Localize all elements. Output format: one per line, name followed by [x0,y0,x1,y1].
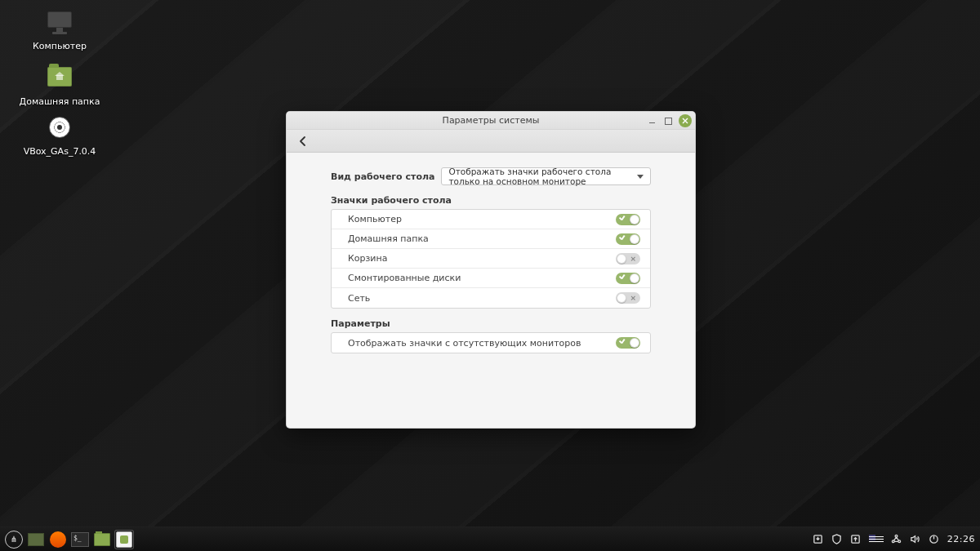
chevron-down-icon [637,175,644,179]
row-label: Отображать значки с отсутствующих монито… [348,338,581,349]
desktop-icon-computer[interactable]: Компьютер [15,11,105,51]
window-toolbar [287,130,695,153]
select-value: Отображать значки рабочего стола только … [448,167,637,186]
folder-home-icon [47,67,73,93]
row-home: Домашняя папка [332,229,650,249]
optical-disc-icon [47,117,73,143]
toggle-computer[interactable] [616,214,640,225]
window-minimize-button[interactable] [646,115,657,127]
panel-params: Отображать значки с отсутствующих монито… [331,332,651,353]
tray-updates-icon[interactable] [850,534,862,545]
row-missing-monitors: Отображать значки с отсутствующих монито… [332,333,650,353]
tray-power-icon[interactable] [929,534,940,545]
tray-removable-icon[interactable] [813,534,824,545]
section-label-icons: Значки рабочего стола [331,195,651,206]
settings-window: Параметры системы Вид рабочего стола Ото… [286,111,696,429]
row-label: Сеть [348,293,370,304]
svg-point-4 [898,540,901,543]
row-mounted: Смонтированные диски [332,269,650,288]
desktop-icon-home[interactable]: Домашняя папка [15,64,105,107]
show-desktop-button[interactable] [27,531,45,549]
toggle-trash[interactable]: × [616,253,640,264]
row-network: Сеть × [332,288,650,308]
section-label-params: Параметры [331,318,651,329]
titlebar[interactable]: Параметры системы [287,112,695,130]
desktop-icon-label: Компьютер [15,41,105,51]
taskbar: ⋔ $_ [0,527,980,551]
toggle-missing-monitors[interactable] [616,337,640,349]
desktop-icon [28,533,44,546]
taskbar-files[interactable] [93,531,111,549]
desktop-view-select[interactable]: Отображать значки рабочего стола только … [441,167,651,185]
svg-point-3 [893,540,895,543]
settings-icon [116,531,132,548]
back-button[interactable] [295,133,311,149]
tray-network-icon[interactable] [891,534,902,545]
taskbar-firefox[interactable] [49,531,67,549]
desktop-icon-vbox[interactable]: VBox_GAs_7.0.4 [15,114,105,157]
svg-point-2 [895,535,898,537]
firefox-icon [50,531,66,548]
terminal-icon: $_ [71,532,89,547]
window-close-button[interactable] [679,114,692,127]
panel-desktop-icons: Компьютер Домашняя папка Корзина × Смонт… [331,209,651,309]
row-computer: Компьютер [332,210,650,229]
tray-volume-icon[interactable] [910,534,921,545]
window-maximize-button[interactable] [662,115,674,127]
desktop-icon-label: VBox_GAs_7.0.4 [15,146,105,157]
desktop: Компьютер Домашняя папка VBox_GAs_7.0.4 … [0,0,980,551]
toggle-home[interactable] [616,233,640,245]
desktop-icon-label: Домашняя папка [15,96,105,107]
mint-logo-icon: ⋔ [5,531,23,549]
window-title: Параметры системы [443,115,540,126]
files-icon [94,533,110,546]
desktop-view-label: Вид рабочего стола [331,171,434,182]
row-label: Компьютер [348,214,402,224]
tray-shield-icon[interactable] [831,534,843,545]
toggle-network[interactable]: × [616,292,640,304]
row-label: Смонтированные диски [348,273,461,283]
taskbar-settings-active[interactable] [115,531,133,549]
taskbar-terminal[interactable]: $_ [71,531,89,549]
computer-icon [47,11,73,38]
window-content: Вид рабочего стола Отображать значки раб… [287,153,695,428]
toggle-mounted[interactable] [616,273,640,284]
start-menu-button[interactable]: ⋔ [5,531,23,549]
keyboard-layout-indicator[interactable] [869,535,884,544]
row-trash: Корзина × [332,249,650,269]
taskbar-clock[interactable]: 22:26 [947,534,975,544]
row-label: Домашняя папка [348,233,429,244]
row-label: Корзина [348,253,387,264]
